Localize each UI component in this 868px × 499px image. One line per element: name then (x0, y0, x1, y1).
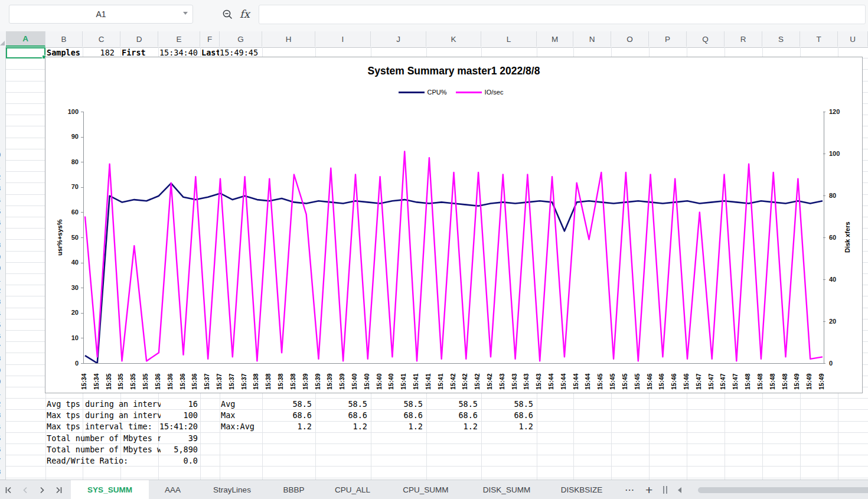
stat-value[interactable]: 0.0 (120, 455, 200, 467)
row-number-15[interactable]: 15 (0, 206, 6, 217)
sheet-tab-DISK_SUMM[interactable]: DISK_SUMM (466, 480, 547, 499)
row-number-20[interactable]: 20 (0, 263, 6, 274)
row-number-33[interactable]: 33 (0, 410, 6, 421)
zoom-out-icon[interactable] (222, 9, 234, 21)
more-sheets-icon[interactable]: ⋯ (625, 487, 635, 493)
row-number-25[interactable]: 25 (0, 319, 6, 331)
column-header-C[interactable]: C (83, 31, 120, 47)
row-number-27[interactable]: 27 (0, 342, 6, 353)
formula-input[interactable] (259, 5, 866, 24)
add-sheet-icon[interactable]: + (645, 484, 652, 496)
row-number-4[interactable]: 4 (0, 81, 6, 93)
column-header-N[interactable]: N (573, 31, 611, 47)
sheet-tab-StrayLines[interactable]: StrayLines (197, 480, 267, 499)
next-sheet-icon[interactable] (38, 486, 46, 494)
row-number-38[interactable]: 38 (0, 467, 6, 478)
row-number-21[interactable]: 21 (0, 274, 6, 285)
sheet-tab-AAA[interactable]: AAA (149, 480, 197, 499)
column-header-G[interactable]: G (220, 31, 262, 47)
column-header-H[interactable]: H (262, 31, 315, 47)
summary-value[interactable]: 58.5 (318, 399, 369, 410)
summary-value[interactable]: 58.5 (484, 399, 535, 410)
row-number-30[interactable]: 30 (0, 376, 6, 387)
summary-value[interactable]: 1.2 (262, 421, 314, 432)
summary-value[interactable]: 68.6 (318, 410, 369, 421)
summary-value[interactable]: 1.2 (484, 421, 535, 432)
column-header-I[interactable]: I (315, 31, 371, 47)
summary-label[interactable]: Max:Avg (221, 421, 261, 432)
summary-value[interactable]: 1.2 (428, 421, 479, 432)
row-number-31[interactable]: 31 (0, 387, 6, 399)
column-header-P[interactable]: P (649, 31, 687, 47)
stat-value[interactable]: 15:41:20 (120, 421, 200, 432)
row-number-19[interactable]: 19 (0, 252, 6, 263)
row-number-36[interactable]: 36 (0, 444, 6, 455)
first-sheet-icon[interactable] (5, 486, 13, 494)
row-number-6[interactable]: 6 (0, 104, 6, 115)
row-number-37[interactable]: 37 (0, 455, 6, 467)
column-header-S[interactable]: S (762, 31, 800, 47)
row-number-9[interactable]: 9 (0, 138, 6, 149)
column-header-D[interactable]: D (120, 31, 158, 47)
sheet-tab-DISKBSIZE[interactable]: DISKBSIZE (547, 480, 616, 499)
row-number-34[interactable]: 34 (0, 422, 6, 433)
column-header-K[interactable]: K (426, 31, 481, 47)
summary-value[interactable]: 1.2 (373, 421, 425, 432)
row-number-22[interactable]: 22 (0, 285, 6, 296)
column-header-F[interactable]: F (200, 31, 220, 47)
insert-function-icon[interactable]: fx (240, 8, 250, 20)
column-header-Q[interactable]: Q (687, 31, 725, 47)
row-number-28[interactable]: 28 (0, 353, 6, 364)
sheet-tab-CPU_ALL[interactable]: CPU_ALL (320, 480, 385, 499)
row-number-3[interactable]: 3 (0, 70, 6, 81)
summary-label[interactable]: Avg (221, 399, 261, 410)
column-header-R[interactable]: R (725, 31, 762, 47)
stat-value[interactable]: 5,890 (120, 444, 200, 455)
summary-label[interactable]: Max (221, 410, 261, 421)
stat-value[interactable]: 100 (120, 410, 200, 421)
row-number-29[interactable]: 29 (0, 365, 6, 376)
column-header-U[interactable]: U (838, 31, 868, 47)
scroll-left-icon[interactable] (678, 487, 681, 493)
row-number-11[interactable]: 11 (0, 161, 6, 172)
system-summary-chart[interactable]: System Summary master1 2022/8/8 CPU% IO/… (45, 57, 863, 393)
sheet-tab-SYS_SUMM[interactable]: SYS_SUMM (71, 480, 149, 499)
column-header-L[interactable]: L (481, 31, 537, 47)
last-sheet-icon[interactable] (54, 486, 63, 494)
stat-value[interactable]: 16 (120, 399, 200, 410)
prev-sheet-icon[interactable] (21, 486, 30, 494)
summary-value[interactable]: 58.5 (262, 399, 314, 410)
column-header-O[interactable]: O (611, 31, 649, 47)
row-number-2[interactable]: 2 (0, 58, 6, 70)
row-number-18[interactable]: 18 (0, 240, 6, 251)
row-number-5[interactable]: 5 (0, 93, 6, 104)
column-header-B[interactable]: B (45, 31, 83, 47)
summary-value[interactable]: 1.2 (318, 421, 369, 432)
horizontal-scrollbar[interactable] (698, 487, 868, 493)
row-number-35[interactable]: 35 (0, 433, 6, 444)
row-number-1[interactable]: 1 (0, 47, 6, 58)
tab-splitter-icon[interactable] (663, 486, 667, 494)
column-header-E[interactable]: E (158, 31, 200, 47)
summary-value[interactable]: 68.6 (262, 410, 314, 421)
row-number-23[interactable]: 23 (0, 296, 6, 308)
summary-value[interactable]: 68.6 (428, 410, 479, 421)
row-number-7[interactable]: 7 (0, 115, 6, 126)
row-number-32[interactable]: 32 (0, 399, 6, 410)
row-number-12[interactable]: 12 (0, 172, 6, 183)
row-number-24[interactable]: 24 (0, 308, 6, 319)
column-header-A[interactable]: A (6, 31, 45, 47)
stat-value[interactable]: 39 (120, 433, 200, 444)
column-header-T[interactable]: T (800, 31, 838, 47)
column-header-J[interactable]: J (371, 31, 426, 47)
sheet-tab-CPU_SUMM[interactable]: CPU_SUMM (385, 480, 466, 499)
summary-value[interactable]: 68.6 (373, 410, 425, 421)
summary-value[interactable]: 68.6 (484, 410, 535, 421)
row-number-13[interactable]: 13 (0, 183, 6, 194)
row-number-8[interactable]: 8 (0, 126, 6, 138)
row-number-14[interactable]: 14 (0, 195, 6, 206)
row-number-26[interactable]: 26 (0, 331, 6, 342)
sheet-tab-BBBP[interactable]: BBBP (267, 480, 320, 499)
summary-value[interactable]: 58.5 (428, 399, 479, 410)
row-number-10[interactable]: 10 (0, 149, 6, 161)
